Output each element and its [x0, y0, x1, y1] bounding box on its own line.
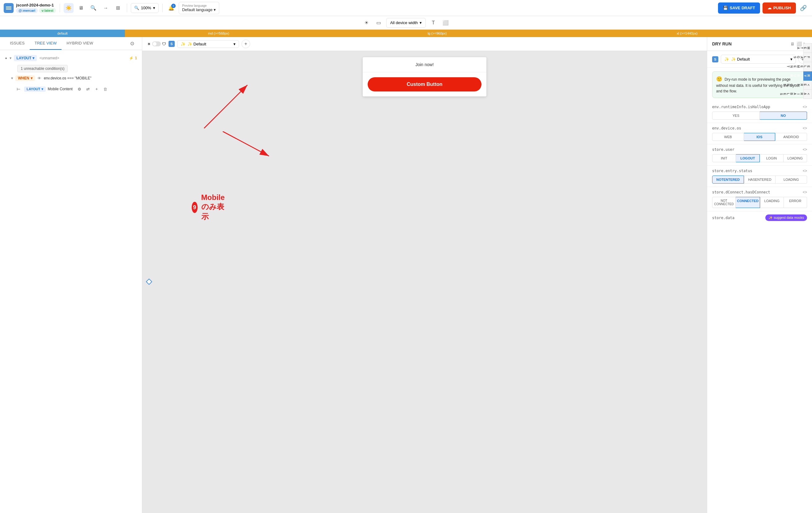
preview-language[interactable]: Preview language Default language ▾: [179, 2, 219, 14]
var-store-dconnect-header: store.dConnect.hasDConnect <>: [712, 190, 807, 194]
store-data-row: store.data ✨ suggest data mocks: [707, 211, 812, 224]
dark-mode-toggle[interactable]: [152, 41, 161, 47]
option-no[interactable]: NO: [760, 112, 807, 120]
diamond-handle[interactable]: [146, 278, 152, 285]
theme-toggle[interactable]: ☀ 🛡: [147, 41, 166, 47]
var-store-user-code[interactable]: <>: [803, 147, 807, 152]
option-init[interactable]: INIT: [712, 154, 736, 162]
canvas-default-select[interactable]: ✨ ✨ Default ▾: [177, 40, 239, 48]
bell-btn[interactable]: 🔔 0: [166, 3, 176, 13]
main-layout: ISSUES TREE VIEW HYBRID VIEW ⊙ ● ▾ LAYOU…: [0, 37, 812, 513]
unreachable-badge[interactable]: 1 unreachable condition(s): [17, 65, 68, 72]
publish-icon: ☁: [767, 6, 772, 10]
text-btn[interactable]: T: [428, 18, 438, 28]
side-tab-meta[interactable]: META: [803, 43, 812, 53]
var-device-os: env.device.os <> WEB IOS ANDROID: [707, 123, 812, 144]
side-tab-variables[interactable]: <ARIABLES: [803, 90, 812, 98]
option-connected[interactable]: CONNECTED: [736, 197, 760, 208]
grid-btn[interactable]: ⊞: [113, 3, 123, 13]
option-web[interactable]: WEB: [712, 133, 744, 141]
collapse-arrow[interactable]: ▾: [9, 56, 11, 60]
when-row: ▾ WHEN ▾ 👁 env.device.os === "MOBILE": [11, 76, 137, 81]
option-login[interactable]: LOGIN: [760, 154, 784, 162]
option-error[interactable]: ERROR: [784, 197, 807, 208]
var-device-os-code[interactable]: <>: [803, 126, 807, 130]
option-loading-user[interactable]: LOADING: [784, 154, 807, 162]
option-yes[interactable]: YES: [712, 112, 760, 120]
tab-hybrid-view[interactable]: HYBRID VIEW: [61, 37, 98, 50]
dry-run-default-select[interactable]: ✨ ✨ Default ▾: [721, 55, 796, 64]
search-btn[interactable]: 🔍: [88, 3, 98, 13]
side-tab-element[interactable]: ELEMENT: [803, 62, 812, 71]
when-arrow: ▾: [11, 76, 13, 80]
preview-btn[interactable]: 🖥: [76, 3, 86, 13]
option-logout[interactable]: LOGOUT: [736, 154, 759, 162]
target-icon-btn[interactable]: ⊙: [127, 39, 137, 49]
when-badge[interactable]: WHEN ▾: [16, 76, 35, 81]
var-store-dconnect-code[interactable]: <>: [803, 190, 807, 194]
option-not-connected[interactable]: NOTCONNECTED: [712, 197, 736, 208]
side-tab-versions[interactable]: <ERSIONS: [803, 81, 812, 90]
preview-lang-value: Default language: [182, 7, 212, 12]
bp-default[interactable]: default: [0, 30, 125, 37]
save-draft-button[interactable]: 💾 SAVE DRAFT: [718, 2, 760, 13]
tab-tree-view[interactable]: TREE VIEW: [30, 37, 62, 50]
action-buttons: ⚙ ⇄ ＋ 🗑: [76, 85, 109, 93]
var-is-hallo-app: env.runtimeInfo.isHalloApp <> YES NO: [707, 102, 812, 123]
nav-first-btn[interactable]: ⊢: [15, 85, 22, 93]
layout-inner-badge[interactable]: LAYOUT ▾: [24, 87, 46, 92]
var-store-user-options: INIT LOGOUT LOGIN LOADING: [712, 154, 807, 162]
bp-md[interactable]: md (>=568px): [125, 30, 312, 37]
var-store-user: store.user <> INIT LOGOUT LOGIN LOADING: [707, 144, 812, 165]
option-android[interactable]: ANDROID: [775, 133, 807, 141]
canvas-plus-btn[interactable]: +: [241, 39, 250, 48]
bp-lg[interactable]: lg (>=960px): [312, 30, 562, 37]
action-delete-btn[interactable]: 🗑: [102, 85, 109, 93]
layout-badge[interactable]: LAYOUT ▾: [14, 55, 37, 61]
var-is-hallo-code[interactable]: <>: [803, 105, 807, 109]
option-ios[interactable]: IOS: [744, 133, 776, 141]
frame-icon[interactable]: ⬜: [796, 41, 802, 47]
link-button[interactable]: 🔗: [799, 3, 808, 13]
condition-text: env.device.os === "MOBILE": [44, 76, 91, 80]
sun-small-btn[interactable]: ☀: [361, 18, 371, 28]
publish-button[interactable]: ☁ PUBLISH: [762, 2, 796, 13]
option-hasentered[interactable]: HASENTERED: [744, 176, 776, 184]
annotation-label: Mobile のみ表示: [201, 193, 230, 221]
preview-custom-button[interactable]: Custom Button: [368, 77, 482, 91]
var-device-os-options: WEB IOS ANDROID: [712, 133, 807, 141]
action-add-btn[interactable]: ＋: [93, 85, 100, 93]
device-width-selector[interactable]: All device width ▾: [386, 18, 426, 28]
action-branch-btn[interactable]: ⇄: [84, 85, 92, 93]
option-loading-entry[interactable]: LOADING: [776, 176, 807, 184]
version-tag[interactable]: v:latest: [39, 8, 56, 13]
side-tab-dry-run[interactable]: RY-RUN: [803, 71, 812, 80]
eye-icon[interactable]: 👁: [37, 76, 41, 81]
left-panel: ISSUES TREE VIEW HYBRID VIEW ⊙ ● ▾ LAYOU…: [0, 37, 142, 513]
org-tag[interactable]: @:mercari: [16, 8, 38, 13]
device-frame-btn[interactable]: ▭: [374, 18, 384, 28]
monitor-icon[interactable]: 🖥: [790, 41, 795, 47]
zoom-control[interactable]: 🔍 100% ▾: [131, 3, 158, 13]
layout-btn[interactable]: ⬜: [441, 18, 451, 28]
page-icon: [4, 3, 13, 13]
var-store-dconnect: store.dConnect.hasDConnect <> NOTCONNECT…: [707, 187, 812, 211]
action-settings-btn[interactable]: ⚙: [76, 85, 83, 93]
var-store-user-name: store.user: [712, 147, 734, 152]
flow-btn[interactable]: →: [101, 3, 111, 13]
side-tabs: META FLAGS ELEMENT RY-RUN <ERSIONS <ARIA…: [803, 43, 812, 99]
var-store-entry-code[interactable]: <>: [803, 169, 807, 173]
bp-xl[interactable]: xl (>=1440px): [562, 30, 812, 37]
layout-row: ● ▾ LAYOUT ▾ <unnamed> ⚡ 1: [5, 55, 137, 61]
suggest-data-mocks-btn[interactable]: ✨ suggest data mocks: [765, 214, 807, 221]
option-loading-dconnect[interactable]: LOADING: [760, 197, 784, 208]
side-tab-flags[interactable]: FLAGS: [803, 53, 812, 62]
store-data-label: store.data: [712, 216, 734, 220]
tab-issues[interactable]: ISSUES: [5, 37, 30, 50]
annotation-arrow-1: [185, 76, 278, 138]
save-label: SAVE DRAFT: [730, 6, 755, 10]
expand-icon[interactable]: ●: [5, 56, 7, 60]
lightning-badge: ⚡ 1: [129, 56, 137, 60]
sun-icon-btn[interactable]: ☀️: [64, 3, 74, 13]
option-notentered[interactable]: NOTENTERED: [712, 176, 744, 184]
